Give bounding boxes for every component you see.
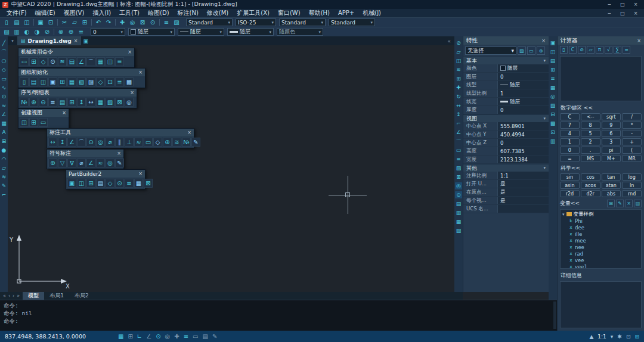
calc-key[interactable]: - [622,130,642,137]
palette-titlebar[interactable]: 序号/明细表 × [18,89,137,97]
menu-item[interactable]: 窗口(W) [274,9,305,17]
tool-icon[interactable]: ▧ [106,98,114,107]
tool-icon[interactable]: № [20,98,29,107]
tool-icon[interactable]: ▦ [67,77,76,86]
calc-key[interactable]: MR [622,155,642,162]
calc-key[interactable]: 2 [581,138,600,145]
calc-key[interactable]: M+ [602,155,621,162]
layer-on-icon[interactable]: ◐ [22,28,32,36]
modify-tool-icon[interactable]: ↔ [455,102,462,109]
clean-screen-icon[interactable]: ⊡ [626,334,631,340]
tool-icon[interactable]: ▯ [20,77,29,86]
panel-tool-icon[interactable]: ⊟ [549,111,556,118]
palette-titlebar[interactable]: 标注工具 × [47,129,194,136]
snap-icon[interactable]: ▦ [118,333,123,340]
doc-close-button[interactable]: × [630,10,642,17]
draw-tool-icon[interactable]: ∿ [1,84,8,91]
close-icon[interactable]: × [128,49,132,55]
separator[interactable] [158,18,161,27]
draw-tool-icon[interactable]: ≈ [1,102,8,109]
draw-tool-icon[interactable]: ▭ [1,75,8,82]
text-style-combo[interactable]: Standard ▾ [186,18,233,26]
command-line[interactable]: 命令:命令: nil命令: [0,300,557,331]
collapse-panels-icon[interactable]: « [447,38,453,44]
zoom-previous-icon[interactable]: ⊙ [148,18,157,27]
variable-item[interactable]: x mee [561,237,641,244]
tool-icon[interactable]: ↕ [58,138,67,147]
quick-select-icon[interactable]: ▨ [518,46,526,55]
select-objects-icon[interactable]: ▭ [527,46,535,55]
panel-tool-icon[interactable]: ▨ [549,102,556,109]
section-header-misc[interactable]: 其他 ▾ [463,164,549,172]
sum-icon[interactable]: ∑ [614,46,621,54]
tool-icon[interactable]: ◫ [20,118,29,127]
delete-variable-icon[interactable]: × [625,200,633,207]
modify-tool-icon[interactable]: ≋ [455,66,462,73]
dim-style-combo[interactable]: ISO-25 ▾ [236,18,276,26]
calc-sci-key[interactable]: r2d [560,190,580,197]
property-row[interactable]: 线型比例 1 [463,89,549,98]
tab-scroll-icon[interactable]: › [13,293,14,299]
calc-sci-key[interactable]: acos [581,182,600,189]
plot-icon[interactable]: ▣ [36,18,45,27]
panel-tool-icon[interactable]: ▩ [549,120,556,127]
tool-icon[interactable]: ⊠ [144,179,153,188]
modify-tool-icon[interactable]: ▱ [455,48,462,55]
panel-tool-icon[interactable]: ⊞ [549,66,556,73]
draw-tool-icon[interactable]: ∠ [1,111,8,118]
modify-tool-icon[interactable]: ⊘ [455,39,462,46]
copy-icon[interactable]: ▱ [70,18,79,27]
annotation-visibility-icon[interactable]: ▲ [589,334,593,340]
layer-properties-icon[interactable]: ▧ [2,28,11,36]
calc-key[interactable]: 9 [602,122,621,129]
sqrt-icon[interactable]: √ [605,46,612,54]
workspace-icon[interactable]: ✱ [617,334,622,340]
calc-key[interactable]: 4 [560,130,580,137]
calc-key[interactable]: <-- [581,113,600,120]
calc-sci-key[interactable]: atan [602,182,621,189]
tool-icon[interactable]: ↔ [86,98,95,107]
palette-titlebar[interactable]: 创建视图 × [18,109,69,117]
draw-tool-icon[interactable]: ◠ [1,156,8,163]
calc-sci-key[interactable]: asin [560,182,580,189]
variable-item[interactable]: x rad [561,250,641,257]
variable-item[interactable]: x ille [561,231,641,237]
tool-icon[interactable]: ≡ [115,77,124,86]
tool-icon[interactable]: ∠ [67,138,76,147]
tool-icon[interactable]: ≡ [48,98,57,107]
calc-sci-key[interactable]: abs [602,190,621,197]
tool-icon[interactable]: ∇ [67,158,76,167]
paste-value-icon[interactable]: ▱ [587,46,595,54]
section-header-basic[interactable]: 基本 ▾ [463,57,549,64]
calc-key[interactable]: 3 [602,138,621,145]
tool-icon[interactable]: ▦ [96,98,105,107]
palette-titlebar[interactable]: 符号标注 × [47,150,123,157]
tool-icon[interactable]: ∠ [86,158,95,167]
tab-layout1[interactable]: 布局1 [44,292,69,300]
tool-icon[interactable]: ◎ [96,138,105,147]
calc-key[interactable]: ( [622,147,642,154]
calc-sci-key[interactable]: ln [622,182,642,189]
otrack-icon[interactable]: ◎ [165,333,171,340]
tool-icon[interactable]: ▦ [96,57,105,66]
menu-item[interactable]: 编辑(E) [31,9,60,17]
panel-tool-icon[interactable]: ◎ [549,93,556,100]
tool-icon[interactable]: ⌀ [77,158,86,167]
section-header-view[interactable]: 视图 ▾ [463,114,549,122]
draw-tool-icon[interactable]: A [1,129,8,136]
doc-minimize-button[interactable]: ─ [603,10,615,17]
variable-item[interactable]: x vee1 [561,263,641,269]
tab-scroll-icon[interactable]: ‹ [8,293,10,299]
tool-icon[interactable]: ▩ [125,77,134,86]
tool-icon[interactable]: ◎ [125,98,134,107]
draw-tool-icon[interactable]: ● [1,147,8,154]
dynamic-input-icon[interactable]: ▭ [193,333,198,340]
tool-icon[interactable]: № [182,138,191,147]
modify-tool-icon[interactable]: ∠ [455,129,462,136]
property-row[interactable]: 中心点 Y 450.4994 [463,130,549,139]
lineweight-display-icon[interactable]: ≡ [184,333,188,340]
menu-item[interactable]: 绘图(D) [144,9,174,17]
close-icon[interactable]: × [130,90,134,95]
panel-tool-icon[interactable]: ◫ [549,48,556,55]
modify-tool-icon[interactable]: ⊠ [455,173,462,181]
